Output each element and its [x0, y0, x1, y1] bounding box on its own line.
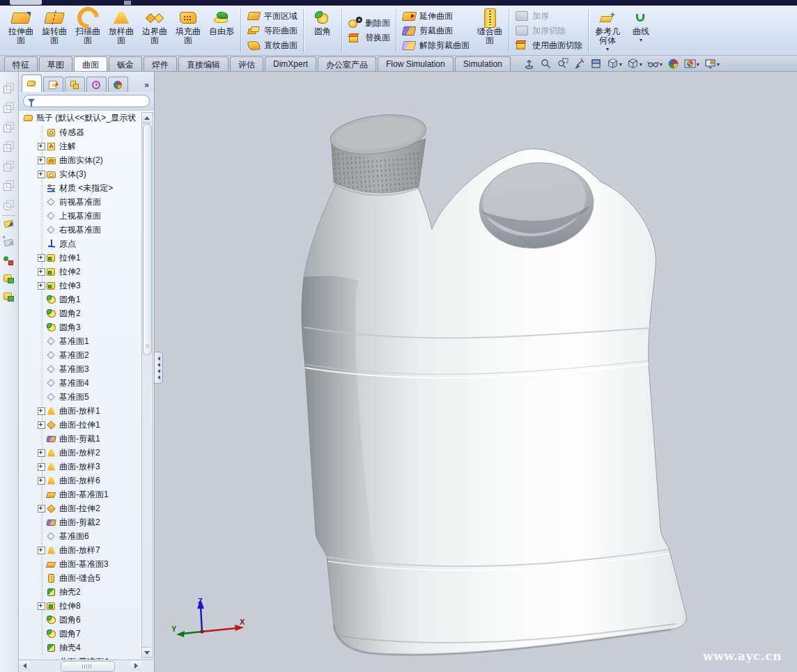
fill-surface-button[interactable]: 填充曲面	[171, 7, 205, 47]
freeform-button[interactable]: 自由形	[205, 7, 238, 38]
scroll-right-button[interactable]	[131, 661, 141, 671]
scroll-up-button[interactable]	[142, 113, 151, 123]
tree-item[interactable]: 传感器	[19, 125, 154, 139]
apply-scene-icon[interactable]: ▾	[684, 58, 699, 70]
tree-item[interactable]: 抽壳4	[19, 641, 154, 655]
dimxpertmanager-tab[interactable]	[86, 77, 107, 92]
tree-item[interactable]: 圆角1	[19, 292, 154, 306]
paste-surface-icon[interactable]	[3, 291, 15, 304]
expand-toggle-icon[interactable]	[38, 449, 45, 457]
tree-item[interactable]: 原点	[19, 237, 154, 251]
boundary-surface-button[interactable]: 边界曲面	[138, 7, 171, 47]
tab-surfaces[interactable]: 曲面	[74, 56, 107, 71]
untrim-surface-button[interactable]: 解除剪裁曲面	[402, 39, 470, 52]
tree-item[interactable]: 曲面-拉伸2	[19, 501, 154, 515]
sketch-icon[interactable]	[3, 219, 15, 231]
hidden-lines-visible-icon[interactable]	[3, 102, 15, 114]
tree-item[interactable]: 曲面实体(2)	[19, 153, 154, 167]
loft-surface-button[interactable]: 放样曲面	[105, 7, 138, 47]
delete-face-button[interactable]: 删除面	[348, 17, 390, 30]
tree-item[interactable]: 曲面-剪裁2	[19, 515, 154, 529]
hide-show-items-icon[interactable]: ▾	[647, 58, 663, 70]
expand-toggle-icon[interactable]	[38, 421, 45, 429]
planar-region-button[interactable]: 平面区域	[247, 10, 297, 23]
expand-toggle-icon[interactable]	[38, 143, 45, 150]
propertymanager-tab[interactable]	[43, 77, 63, 92]
perspective-icon[interactable]	[3, 199, 15, 212]
replace-face-button[interactable]: 替换面	[348, 31, 390, 45]
tree-item[interactable]: 实体(3)	[19, 167, 154, 181]
tree-item[interactable]: 圆角3	[19, 320, 154, 334]
tree-item[interactable]: 圆角2	[19, 306, 154, 320]
tree-item[interactable]: 材质 <未指定>	[19, 181, 154, 195]
dropdown-arrow-icon[interactable]: ▾	[606, 47, 609, 52]
dropdown-arrow-icon[interactable]: ▾	[619, 62, 622, 68]
tree-root-item[interactable]: 瓶子 (默认<<默认>_显示状	[19, 111, 154, 125]
expand-toggle-icon[interactable]	[38, 282, 45, 290]
tree-item[interactable]: 曲面-基准面1	[19, 487, 154, 501]
previous-view-icon[interactable]	[573, 58, 585, 70]
tree-item[interactable]: 基准面2	[19, 348, 154, 362]
hidden-lines-removed-icon[interactable]	[3, 121, 15, 134]
tab-dimxpert[interactable]: DimXpert	[265, 56, 316, 71]
tree-item[interactable]: 圆角6	[19, 613, 154, 627]
featuremanager-tab[interactable]	[22, 75, 42, 92]
tree-item[interactable]: 基准面4	[19, 376, 154, 390]
tree-item[interactable]: 基准面1	[19, 334, 154, 348]
tree-item[interactable]: 基准面5	[19, 390, 154, 404]
view-orientation-arrow-icon[interactable]	[523, 58, 535, 70]
tree-item[interactable]: 基准面3	[19, 362, 154, 376]
expand-toggle-icon[interactable]	[38, 407, 45, 415]
zoom-area-icon[interactable]	[557, 58, 568, 70]
expand-toggle-icon[interactable]	[38, 268, 45, 276]
shaded-icon[interactable]	[3, 160, 15, 173]
dropdown-arrow-icon[interactable]: ▾	[660, 62, 663, 68]
tree-item[interactable]: 基准面6	[19, 529, 154, 543]
expand-toggle-icon[interactable]	[38, 547, 45, 554]
tree-item[interactable]: 抽壳2	[19, 585, 154, 599]
tab-flow-simulation[interactable]: Flow Simulation	[378, 56, 454, 71]
view-orientation-cube-icon[interactable]: ▾	[607, 58, 622, 70]
sketch-relations-icon[interactable]	[3, 255, 15, 267]
tree-item[interactable]: 拉伸1	[19, 251, 154, 265]
expand-toggle-icon[interactable]	[38, 157, 45, 164]
tree-horizontal-scrollbar[interactable]	[19, 659, 154, 672]
reference-geometry-button[interactable]: 参考几何体 ▾	[591, 7, 624, 54]
section-view-icon[interactable]	[590, 58, 602, 70]
trim-surface-button[interactable]: 剪裁曲面	[402, 24, 470, 38]
scroll-down-button[interactable]	[142, 647, 151, 657]
zoom-fit-icon[interactable]	[540, 58, 552, 70]
expand-toggle-icon[interactable]	[38, 477, 45, 485]
curves-button[interactable]: 曲线 ▾	[624, 7, 658, 45]
tree-item[interactable]: 曲面-放样3	[19, 460, 154, 474]
expand-toggle-icon[interactable]	[38, 505, 45, 513]
shadows-icon[interactable]	[3, 180, 15, 192]
sweep-surface-button[interactable]: 扫描曲面	[71, 7, 105, 47]
ruled-surface-button[interactable]: 直纹曲面	[247, 39, 297, 52]
tree-item[interactable]: 曲面-拉伸1	[19, 418, 154, 432]
tree-item[interactable]: 前视基准面	[19, 195, 154, 209]
extend-surface-button[interactable]: 延伸曲面	[402, 10, 470, 23]
tree-item[interactable]: 拉伸8	[19, 599, 154, 613]
tree-item[interactable]: 拉伸3	[19, 279, 154, 292]
tab-weldments[interactable]: 焊件	[144, 56, 177, 71]
panel-splitter-handle[interactable]	[155, 352, 163, 384]
tab-evaluate[interactable]: 评估	[230, 56, 263, 71]
tab-sheet-metal[interactable]: 钣金	[109, 56, 142, 71]
tree-item[interactable]: 曲面-放样7	[19, 543, 154, 557]
dropdown-arrow-icon[interactable]: ▾	[640, 62, 642, 68]
expand-toggle-icon[interactable]	[38, 602, 45, 610]
tab-sketch[interactable]: 草图	[39, 56, 72, 71]
tree-item[interactable]: 曲面-放样1	[19, 404, 154, 418]
wireframe-view-icon[interactable]	[3, 82, 15, 95]
tree-item[interactable]: 曲面-基准面3	[19, 557, 154, 571]
shaded-with-edges-icon[interactable]	[3, 141, 15, 153]
offset-surface-button[interactable]: 等距曲面	[247, 24, 297, 38]
tree-item[interactable]: 曲面-放样6	[19, 474, 154, 487]
tree-item[interactable]: 曲面-缝合5	[19, 571, 154, 585]
3d-sketch-icon[interactable]	[3, 237, 15, 250]
extrude-surface-button[interactable]: 拉伸曲面	[4, 7, 38, 47]
tree-item[interactable]: 上视基准面	[19, 209, 154, 223]
panel-overflow-chevron[interactable]: »	[144, 80, 152, 92]
dropdown-arrow-icon[interactable]: ▾	[697, 62, 699, 68]
